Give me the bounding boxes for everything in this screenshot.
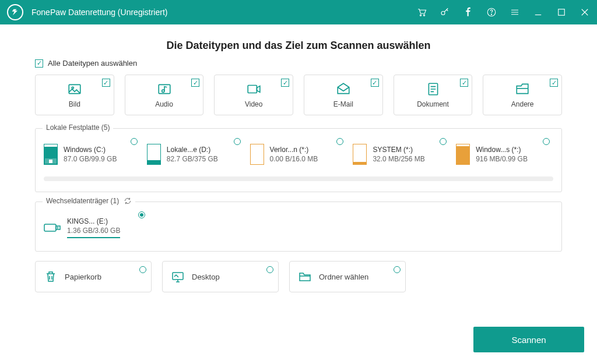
drive-name: Verlor...n (*:)	[270, 146, 318, 154]
svg-rect-13	[56, 226, 60, 229]
svg-point-4	[491, 14, 491, 15]
location-recycle-radio[interactable]	[139, 266, 146, 273]
select-all-row: Alle Dateitypen auswählen	[35, 59, 562, 68]
select-all-checkbox[interactable]	[35, 59, 43, 68]
drive-name: Lokale...e (D:)	[167, 146, 218, 154]
drive-local-4-radio[interactable]	[543, 138, 550, 145]
local-drives-row: Windows (C:)87.0 GB/99.9 GBLokale...e (D…	[44, 142, 553, 167]
drive-size: 0.00 B/16.0 MB	[270, 155, 318, 163]
drive-name: KINGS... (E:)	[67, 217, 120, 225]
type-image[interactable]: Bild	[35, 75, 114, 115]
type-video-label: Video	[245, 100, 262, 108]
drive-local-3-radio[interactable]	[440, 138, 447, 145]
close-icon[interactable]	[580, 7, 590, 17]
cart-icon[interactable]	[416, 7, 427, 17]
drive-local-0[interactable]: Windows (C:)87.0 GB/99.9 GB	[44, 142, 141, 167]
page-heading: Die Dateitypen und das Ziel zum Scannen …	[0, 24, 597, 59]
drive-local-2-radio[interactable]	[336, 138, 343, 145]
removable-drives-legend-text: Wechseldatenträger (1)	[46, 197, 119, 205]
app-logo	[7, 4, 23, 20]
location-recycle-bin[interactable]: Papierkorb	[35, 261, 152, 292]
type-other-label: Andere	[511, 100, 534, 108]
type-document-label: Dokument	[417, 100, 449, 108]
location-desktop-radio[interactable]	[266, 266, 273, 273]
location-desktop[interactable]: Desktop	[162, 261, 279, 292]
removable-drives-row: KINGS... (E:)1.36 GB/3.60 GB	[44, 215, 553, 241]
type-email-checkbox[interactable]	[371, 79, 379, 87]
drive-size: 82.7 GB/375 GB	[167, 155, 218, 163]
removable-drives-section: Wechseldatenträger (1) KINGS... (E:)1.36…	[35, 202, 562, 252]
type-document-checkbox[interactable]	[460, 79, 468, 87]
type-other-checkbox[interactable]	[550, 79, 558, 87]
type-audio[interactable]: Audio	[125, 75, 204, 115]
type-video[interactable]: Video	[214, 75, 293, 115]
local-drives-legend: Lokale Festplatte (5)	[43, 123, 113, 132]
drive-size: 87.0 GB/99.9 GB	[64, 155, 117, 163]
select-all-label: Alle Dateitypen auswählen	[48, 59, 137, 68]
location-desktop-label: Desktop	[192, 273, 220, 281]
svg-point-2	[441, 12, 445, 15]
titlebar-actions	[416, 7, 590, 17]
local-scrollbar[interactable]	[44, 176, 553, 181]
facebook-icon[interactable]	[463, 7, 473, 17]
drive-bar-icon	[44, 144, 58, 165]
drive-local-0-radio[interactable]	[131, 138, 138, 145]
titlebar: FonePaw Datenrettung (Unregistriert)	[0, 0, 597, 24]
type-email[interactable]: E-Mail	[304, 75, 383, 115]
location-recycle-label: Papierkorb	[65, 273, 101, 281]
svg-point-1	[423, 15, 424, 16]
type-video-checkbox[interactable]	[281, 79, 289, 87]
local-drives-legend-text: Lokale Festplatte (5)	[46, 123, 110, 132]
type-image-label: Bild	[69, 100, 80, 108]
trash-icon	[44, 270, 58, 284]
local-drives-section: Lokale Festplatte (5) Windows (C:)87.0 G…	[35, 128, 562, 192]
audio-icon	[157, 82, 172, 97]
drive-name: SYSTEM (*:)	[373, 146, 424, 154]
location-folder-label: Ordner wählen	[319, 273, 368, 281]
drive-local-3[interactable]: SYSTEM (*:)32.0 MB/256 MB	[353, 142, 450, 167]
type-email-label: E-Mail	[333, 100, 353, 108]
svg-rect-12	[44, 224, 56, 231]
document-icon	[426, 82, 441, 97]
maximize-icon[interactable]	[556, 7, 567, 17]
svg-rect-5	[559, 9, 565, 16]
svg-point-0	[420, 15, 421, 16]
usb-icon	[44, 219, 61, 236]
drive-bar-icon	[147, 144, 161, 165]
drive-name: Window...s (*:)	[476, 146, 528, 154]
svg-rect-10	[248, 86, 257, 93]
drive-local-2[interactable]: Verlor...n (*:)0.00 B/16.0 MB	[250, 142, 347, 167]
type-other[interactable]: Andere	[483, 75, 562, 115]
folder-icon	[298, 270, 312, 284]
drive-local-4[interactable]: Window...s (*:)916 MB/0.99 GB	[456, 142, 553, 167]
drive-bar-icon	[250, 144, 264, 165]
location-choose-folder[interactable]: Ordner wählen	[289, 261, 406, 292]
drive-size: 32.0 MB/256 MB	[373, 155, 424, 163]
drive-name: Windows (C:)	[64, 146, 117, 154]
type-audio-checkbox[interactable]	[191, 79, 199, 87]
drive-removable-0[interactable]: KINGS... (E:)1.36 GB/3.60 GB	[44, 215, 149, 241]
type-image-checkbox[interactable]	[102, 79, 110, 87]
app-title: FonePaw Datenrettung (Unregistriert)	[31, 8, 167, 17]
menu-icon[interactable]	[510, 7, 520, 17]
type-audio-label: Audio	[155, 100, 173, 108]
key-icon[interactable]	[440, 7, 450, 17]
drive-bar-icon	[353, 144, 367, 165]
image-icon	[67, 82, 82, 97]
drive-local-1-radio[interactable]	[234, 138, 241, 145]
scan-button[interactable]: Scannen	[473, 327, 584, 352]
other-icon	[515, 82, 530, 97]
help-icon[interactable]	[486, 7, 497, 17]
filetype-row: Bild Audio Video E-Mail Dokument Andere	[35, 75, 562, 115]
type-document[interactable]: Dokument	[394, 75, 473, 115]
drive-bar-icon	[456, 144, 470, 165]
location-folder-radio[interactable]	[394, 266, 401, 273]
removable-drives-legend: Wechseldatenträger (1)	[43, 197, 135, 205]
video-icon	[246, 82, 261, 97]
minimize-icon[interactable]	[533, 7, 543, 17]
email-icon	[336, 82, 351, 97]
refresh-icon[interactable]	[124, 197, 132, 205]
drive-local-1[interactable]: Lokale...e (D:)82.7 GB/375 GB	[147, 142, 244, 167]
drive-size: 916 MB/0.99 GB	[476, 155, 528, 163]
drive-removable-0-radio[interactable]	[138, 211, 145, 218]
